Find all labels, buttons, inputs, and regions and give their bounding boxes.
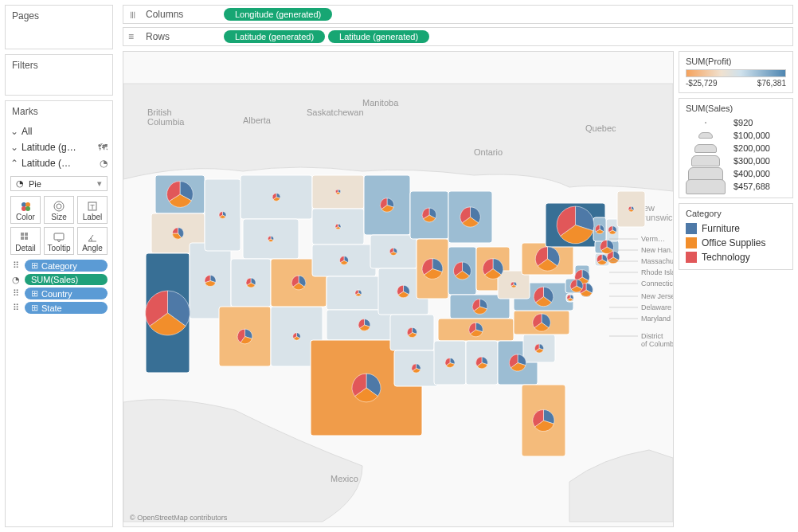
sales-size-legend[interactable]: SUM(Sales) $920$100,000$200,000$300,000$… — [679, 98, 793, 198]
svg-rect-11 — [25, 237, 28, 240]
mark-pill-state[interactable]: ⠿ ⊞State — [10, 302, 108, 314]
legend-item-office[interactable]: Office Supplies — [686, 236, 786, 250]
legend-item-technology[interactable]: Technology — [686, 250, 786, 264]
marks-panel: Marks ⌄ All ⌄ Latitude (g… 🗺 ⌃ Latitude … — [5, 100, 113, 527]
pill-country-label: Country — [41, 289, 72, 299]
pill-category-label: Category — [41, 261, 77, 271]
columns-icon: ⫼ — [128, 9, 139, 20]
map-icon: 🗺 — [96, 142, 108, 153]
profit-max-label: $76,381 — [757, 79, 786, 88]
pill-longitude-label: Longitude (generated) — [235, 10, 321, 19]
mark-angle-button[interactable]: Angle — [77, 227, 108, 255]
chevron-down-icon: ⌄ — [10, 142, 18, 153]
map-canvas[interactable]: BritishColumbiaAlbertaSaskatchewanManito… — [123, 52, 673, 527]
color-ramp — [686, 69, 786, 77]
mark-detail-button[interactable]: Detail — [10, 227, 41, 255]
callout-vt: Verm… — [641, 235, 665, 243]
rows-shelf[interactable]: ≡ Rows Latitude (generated) Latitude (ge… — [123, 27, 793, 46]
field-pill-longitude[interactable]: Longitude (generated) — [224, 8, 332, 21]
filters-label: Filters — [6, 55, 112, 76]
callout-nh: New Han… — [641, 246, 673, 254]
mark-color-label: Color — [11, 213, 40, 221]
color-icon: ⠿ — [10, 260, 22, 271]
size-tick-row: $457,688 — [686, 180, 786, 193]
swatch-furniture — [686, 223, 697, 234]
svg-rect-10 — [21, 237, 24, 240]
mark-type-label: Pie — [29, 179, 41, 189]
pill-state-label: State — [41, 303, 62, 313]
mark-label-label: Label — [78, 213, 107, 221]
callout-ri: Rhode Isla… — [641, 268, 673, 276]
map-viz[interactable]: Sheet 1 BritishColumbiaAlbertaSaskatchew… — [123, 51, 674, 527]
legend-item-furniture[interactable]: Furniture — [686, 221, 786, 236]
mark-size-label: Size — [45, 213, 73, 221]
size-tick-label: $400,000 — [733, 169, 770, 178]
swatch-office — [686, 237, 697, 248]
columns-label: Columns — [146, 9, 217, 20]
category-legend[interactable]: Category Furniture Office Supplies Techn… — [679, 203, 793, 270]
svg-text:Alberta: Alberta — [243, 115, 272, 125]
pie-icon: ◔ — [16, 178, 24, 189]
detail-icon: ⠿ — [10, 288, 22, 299]
svg-text:Ontario: Ontario — [474, 147, 503, 157]
size-tick-label: $920 — [733, 118, 753, 127]
detail-icon: ⠿ — [10, 303, 22, 313]
mark-tooltip-label: Tooltip — [45, 244, 73, 252]
marks-group2-label: Latitude (… — [22, 158, 93, 169]
field-pill-latitude-1[interactable]: Latitude (generated) — [224, 30, 325, 43]
marks-latitude-group-1[interactable]: ⌄ Latitude (g… 🗺 — [10, 139, 108, 155]
filters-panel: Filters — [5, 54, 113, 96]
mark-type-dropdown[interactable]: ◔ Pie ▾ — [10, 176, 108, 191]
mark-pill-category[interactable]: ⠿ ⊞Category — [10, 260, 108, 272]
legend-furniture-label: Furniture — [702, 223, 740, 234]
legend-technology-label: Technology — [702, 252, 750, 263]
size-tick-row: $100,000 — [686, 129, 786, 142]
pill-sales-label: SUM(Sales) — [31, 275, 78, 284]
mark-color-button[interactable]: Color — [10, 196, 41, 224]
marks-all-label: All — [22, 126, 108, 137]
detail-icon — [11, 231, 40, 244]
rows-label: Rows — [146, 31, 217, 42]
mark-pill-sales[interactable]: ◔ SUM(Sales) — [10, 274, 108, 285]
mark-tooltip-button[interactable]: Tooltip — [44, 227, 74, 255]
svg-text:Mexico: Mexico — [331, 474, 358, 483]
size-tick-label: $100,000 — [733, 131, 770, 140]
callout-nj: New Jersey — [641, 292, 673, 300]
pill-latitude1-label: Latitude (generated) — [235, 32, 314, 41]
size-tick-row: $300,000 — [686, 155, 786, 167]
marks-all-row[interactable]: ⌄ All — [10, 123, 108, 139]
angle-icon: ◔ — [10, 275, 22, 285]
profit-color-legend[interactable]: SUM(Profit) -$25,729 $76,381 — [679, 51, 793, 93]
svg-text:Saskatchewan: Saskatchewan — [307, 108, 364, 117]
callout-md: Maryland — [641, 315, 671, 323]
tooltip-icon — [45, 231, 73, 244]
size-tick-label: $300,000 — [733, 156, 770, 166]
marks-latitude-group-2[interactable]: ⌃ Latitude (… ◔ — [10, 155, 108, 171]
mark-label-button[interactable]: T Label — [77, 196, 108, 224]
size-tick-label: $200,000 — [733, 143, 770, 153]
svg-point-4 — [54, 201, 64, 211]
profit-min-label: -$25,729 — [686, 79, 717, 88]
field-pill-latitude-2[interactable]: Latitude (generated) — [328, 30, 429, 43]
swatch-technology — [686, 252, 697, 263]
svg-text:T: T — [90, 203, 95, 211]
chevron-down-icon: ⌄ — [10, 126, 18, 137]
svg-rect-8 — [21, 233, 24, 236]
chevron-up-icon: ⌃ — [10, 158, 18, 169]
rows-icon: ≡ — [128, 31, 139, 42]
mark-detail-label: Detail — [11, 244, 40, 252]
svg-point-3 — [25, 206, 30, 211]
mark-pill-country[interactable]: ⠿ ⊞Country — [10, 288, 108, 299]
mark-angle-label: Angle — [78, 244, 107, 252]
pages-panel: Pages — [5, 5, 113, 49]
callout-de: Delaware — [641, 303, 671, 311]
pages-label: Pages — [6, 6, 112, 26]
size-icon — [45, 200, 73, 213]
dimension-icon: ⊞ — [31, 260, 38, 271]
columns-shelf[interactable]: ⫼ Columns Longitude (generated) — [123, 5, 793, 24]
callout-ct: Connecticut — [641, 280, 673, 288]
mark-size-button[interactable]: Size — [44, 196, 74, 224]
pie-icon: ◔ — [96, 158, 108, 169]
legend-office-label: Office Supplies — [702, 237, 766, 248]
svg-text:Quebec: Quebec — [585, 123, 616, 133]
